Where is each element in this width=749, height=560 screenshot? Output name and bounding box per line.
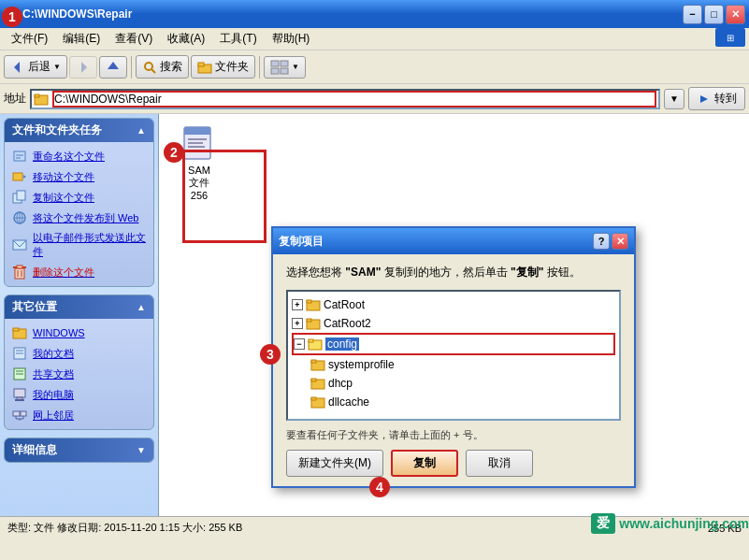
place-my-computer[interactable]: 我的电脑: [8, 384, 150, 405]
svg-point-7: [145, 63, 152, 70]
menu-view[interactable]: 查看(V): [108, 29, 160, 49]
task-delete[interactable]: 删除这个文件: [8, 262, 150, 282]
task-email[interactable]: 以电子邮件形式发送此文件: [8, 228, 150, 262]
catroot2-label: CatRoot2: [324, 317, 371, 330]
dialog-tree[interactable]: + CatRoot + CatRoot2: [286, 290, 621, 421]
forward-icon: [76, 60, 91, 75]
task-publish[interactable]: 将这个文件发布到 Web: [8, 208, 150, 228]
config-expand[interactable]: −: [294, 338, 305, 350]
svg-rect-13: [271, 68, 279, 74]
go-arrow-icon: [697, 92, 712, 107]
cancel-button[interactable]: 取消: [466, 450, 533, 477]
publish-icon: [12, 210, 27, 225]
back-button[interactable]: 后退 ▼: [4, 55, 67, 79]
windows-folder-icon: [12, 325, 27, 340]
email-icon: [12, 237, 27, 252]
svg-rect-10: [198, 63, 204, 66]
file-tasks-title: 文件和文件夹任务: [12, 122, 102, 138]
task-rename[interactable]: 重命名这个文件: [8, 146, 150, 166]
tree-item-catroot[interactable]: + CatRoot: [292, 295, 615, 314]
menu-tools[interactable]: 工具(T): [212, 29, 264, 49]
other-places-body: WINDOWS 我的文档 共享文档: [5, 319, 153, 429]
catroot-expand[interactable]: +: [292, 299, 303, 310]
dialog-description: 选择您想将 "SAM" 复制到的地方，然后单击 "复制" 按钮。: [286, 264, 621, 280]
place-windows[interactable]: WINDOWS: [8, 323, 150, 343]
maximize-button[interactable]: □: [704, 5, 724, 24]
tree-item-dllcache[interactable]: dllcache: [310, 393, 615, 411]
svg-rect-60: [307, 300, 311, 303]
forward-button[interactable]: [69, 56, 97, 79]
delete-icon: [12, 265, 27, 280]
dialog-close-button[interactable]: ✕: [612, 233, 628, 250]
minimize-button[interactable]: −: [683, 5, 702, 24]
dhcp-label: dhcp: [328, 377, 353, 390]
task-move[interactable]: 移动这个文件: [8, 166, 150, 187]
other-places-header[interactable]: 其它位置 ▲: [5, 295, 153, 319]
up-icon: [106, 60, 121, 75]
place-shared-docs[interactable]: 共享文档: [8, 364, 150, 384]
menu-file[interactable]: 文件(F): [4, 29, 55, 49]
toolbar-separator-1: [131, 56, 132, 79]
search-button[interactable]: 搜索: [136, 55, 189, 79]
file-tasks-body: 重命名这个文件 移动这个文件 复制这个文件: [5, 142, 153, 286]
svg-rect-70: [311, 397, 316, 400]
view-button[interactable]: ▼: [264, 56, 306, 79]
my-docs-icon: [12, 346, 27, 361]
move-icon: [12, 169, 27, 184]
systemprofile-label: systemprofile: [328, 358, 395, 371]
svg-rect-11: [271, 61, 279, 66]
place-network[interactable]: 网上邻居: [8, 405, 150, 425]
toolbar-separator-2: [259, 56, 260, 79]
file-tasks-header[interactable]: 文件和文件夹任务 ▲: [5, 119, 153, 142]
new-folder-button[interactable]: 新建文件夹(M): [286, 450, 383, 477]
title-bar: C:\WINDOWS\Repair − □ ✕: [0, 0, 749, 28]
watermark-logo: 爱: [591, 513, 615, 534]
shared-docs-icon: [12, 366, 27, 381]
other-places-chevron: ▲: [137, 302, 146, 312]
tree-item-systemprofile[interactable]: systemprofile: [310, 355, 615, 374]
view-dropdown-icon[interactable]: ▼: [292, 63, 299, 71]
svg-marker-17: [700, 95, 708, 103]
menu-edit[interactable]: 编辑(E): [55, 29, 108, 49]
menu-favorites[interactable]: 收藏(A): [160, 29, 212, 49]
file-tasks-chevron: ▲: [137, 125, 146, 136]
sam-file-icon: [180, 125, 218, 163]
copy-button[interactable]: 复制: [391, 450, 458, 477]
menu-help[interactable]: 帮助(H): [265, 29, 318, 49]
task-publish-label: 将这个文件发布到 Web: [33, 211, 138, 225]
tree-item-config[interactable]: − config: [292, 333, 615, 355]
address-dropdown[interactable]: ▼: [664, 89, 684, 109]
network-icon: [12, 408, 27, 423]
back-dropdown-icon[interactable]: ▼: [53, 63, 61, 71]
svg-line-8: [151, 69, 155, 73]
catroot2-expand[interactable]: +: [292, 318, 303, 329]
place-my-docs[interactable]: 我的文档: [8, 343, 150, 364]
svg-rect-54: [184, 131, 210, 135]
address-input-wrap: [30, 89, 660, 109]
my-computer-icon: [12, 387, 27, 402]
task-copy[interactable]: 复制这个文件: [8, 187, 150, 208]
badge-1: 1: [2, 7, 22, 27]
svg-rect-32: [17, 266, 22, 268]
task-delete-label: 删除这个文件: [33, 266, 94, 280]
dialog-hint: 要查看任何子文件夹，请单击上面的 + 号。: [286, 428, 621, 442]
left-panel: 文件和文件夹任务 ▲ 重命名这个文件 移动这: [0, 114, 159, 516]
tree-item-catroot2[interactable]: + CatRoot2: [292, 314, 615, 333]
dialog-buttons: 新建文件夹(M) 复制 取消: [286, 450, 621, 477]
go-button[interactable]: 转到: [688, 87, 745, 110]
catroot2-folder-icon: [306, 316, 321, 331]
folders-button[interactable]: 文件夹: [191, 55, 255, 79]
file-item-sam[interactable]: SAM文件256: [166, 122, 232, 205]
config-folder-icon: [308, 337, 323, 352]
other-places-section: 其它位置 ▲ WINDOWS 我的文档: [4, 294, 154, 430]
svg-rect-30: [15, 268, 24, 279]
svg-rect-66: [311, 360, 316, 363]
up-button[interactable]: [99, 56, 127, 79]
close-button[interactable]: ✕: [726, 5, 745, 24]
dialog-help-button[interactable]: ?: [593, 233, 610, 250]
svg-rect-14: [281, 68, 288, 74]
details-header[interactable]: 详细信息 ▼: [5, 438, 153, 462]
address-input[interactable]: [52, 91, 656, 108]
tree-item-dhcp[interactable]: dhcp: [310, 374, 615, 393]
svg-rect-12: [281, 61, 288, 66]
